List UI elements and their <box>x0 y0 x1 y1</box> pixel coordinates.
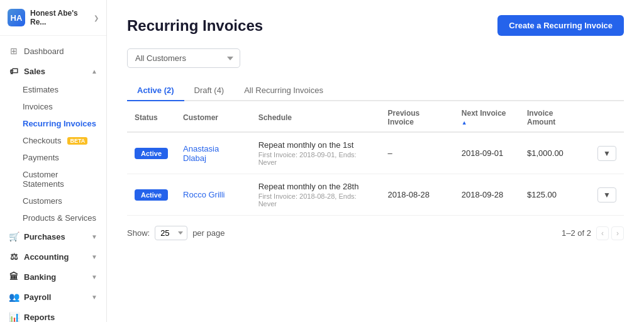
cell-prev-invoice-1: – <box>380 132 454 174</box>
estimates-label: Estimates <box>23 85 58 94</box>
tab-draft[interactable]: Draft (4) <box>184 80 235 101</box>
cell-status-2: Active <box>127 174 175 216</box>
sidebar-item-invoices[interactable]: Invoices <box>0 98 106 115</box>
schedule-sub-1: First Invoice: 2018-09-01, Ends: Never <box>258 151 373 166</box>
sidebar-logo[interactable]: HA Honest Abe's Re... ❯ <box>0 0 106 36</box>
cell-amount-1: $1,000.00 <box>519 132 590 174</box>
sales-icon: 🏷 <box>9 66 19 76</box>
status-badge-active-1: Active <box>135 148 168 159</box>
cell-prev-invoice-2: 2018-08-28 <box>380 174 454 216</box>
sidebar-section-accounting[interactable]: ⚖ Accounting ▼ <box>0 247 106 267</box>
sidebar-navigation: ⊞ Dashboard 🏷 Sales ▲ Estimates Invoices… <box>0 36 106 322</box>
logo-text: Honest Abe's Re... <box>30 9 89 26</box>
row-action-button-2[interactable]: ▼ <box>597 187 616 203</box>
sidebar-item-customers[interactable]: Customers <box>0 192 106 209</box>
sidebar-section-banking[interactable]: 🏛 Banking ▼ <box>0 267 106 287</box>
create-recurring-invoice-button[interactable]: Create a Recurring Invoice <box>497 15 624 36</box>
beta-badge: BETA <box>67 137 87 145</box>
customer-name-1[interactable]: Anastasia Dlabaj <box>183 144 219 163</box>
pagination-row: Show: 25 10 50 100 per page 1–2 of 2 ‹ › <box>127 226 624 240</box>
sidebar-item-dashboard[interactable]: ⊞ Dashboard <box>0 41 106 61</box>
schedule-main-2: Repeat monthly on the 28th <box>258 182 373 191</box>
row-action-button-1[interactable]: ▼ <box>597 146 616 161</box>
sidebar-section-sales[interactable]: 🏷 Sales ▲ <box>0 61 106 81</box>
sidebar-item-checkouts[interactable]: Checkouts BETA <box>0 132 106 149</box>
cell-schedule-1: Repeat monthly on the 1st First Invoice:… <box>251 132 380 174</box>
banking-chevron-icon: ▼ <box>91 274 97 280</box>
next-page-button[interactable]: › <box>611 226 624 240</box>
sidebar-section-reports[interactable]: 📊 Reports <box>0 307 106 322</box>
customers-label: Customers <box>23 196 62 206</box>
cell-action-1: ▼ <box>590 132 624 174</box>
col-header-invoice-amount: Invoice Amount <box>519 101 590 132</box>
schedule-sub-2: First Invoice: 2018-08-28, Ends: Never <box>258 192 373 208</box>
col-header-schedule: Schedule <box>251 101 380 132</box>
dashboard-icon: ⊞ <box>9 46 19 56</box>
page-title: Recurring Invoices <box>127 17 263 35</box>
customer-statements-label: Customer Statements <box>23 170 97 189</box>
checkouts-label: Checkouts <box>23 136 61 145</box>
sidebar-item-products-services[interactable]: Products & Services <box>0 209 106 226</box>
purchases-chevron-icon: ▼ <box>91 233 97 240</box>
sidebar: HA Honest Abe's Re... ❯ ⊞ Dashboard 🏷 Sa… <box>0 0 107 322</box>
table-row: Active Anastasia Dlabaj Repeat monthly o… <box>127 132 624 174</box>
col-header-status: Status <box>127 101 175 132</box>
table-row: Active Rocco Grilli Repeat monthly on th… <box>127 174 624 216</box>
banking-icon: 🏛 <box>9 272 19 282</box>
pagination-nav: ‹ › <box>596 226 624 240</box>
customer-filter-select[interactable]: All Customers <box>127 48 240 68</box>
payroll-chevron-icon: ▼ <box>91 294 97 301</box>
cell-next-invoice-2: 2018-09-28 <box>454 174 519 216</box>
schedule-main-1: Repeat monthly on the 1st <box>258 140 373 150</box>
purchases-icon: 🛒 <box>9 231 19 242</box>
accounting-section-label: Accounting <box>24 252 69 262</box>
customer-name-2[interactable]: Rocco Grilli <box>183 190 225 199</box>
page-size-select[interactable]: 25 10 50 100 <box>155 226 187 240</box>
cell-customer-2: Rocco Grilli <box>175 174 251 216</box>
purchases-section-label: Purchases <box>24 232 65 242</box>
sidebar-item-payments[interactable]: Payments <box>0 149 106 166</box>
sales-chevron-icon: ▲ <box>91 68 97 75</box>
reports-icon: 📊 <box>9 312 19 322</box>
payroll-section-label: Payroll <box>24 292 51 302</box>
sidebar-item-customer-statements[interactable]: Customer Statements <box>0 166 106 192</box>
sidebar-item-label: Dashboard <box>24 47 64 56</box>
logo-icon: HA <box>8 9 25 26</box>
filter-row: All Customers <box>127 48 624 68</box>
col-header-actions <box>590 101 624 132</box>
accounting-chevron-icon: ▼ <box>91 253 97 260</box>
sidebar-section-purchases[interactable]: 🛒 Purchases ▼ <box>0 226 106 247</box>
sales-subnav: Estimates Invoices Recurring Invoices Ch… <box>0 81 106 226</box>
per-page-label: per page <box>192 228 225 238</box>
tab-active[interactable]: Active (2) <box>127 80 184 101</box>
recurring-invoices-label: Recurring Invoices <box>23 119 96 128</box>
payroll-icon: 👥 <box>9 292 19 302</box>
sidebar-item-recurring-invoices[interactable]: Recurring Invoices <box>0 115 106 132</box>
cell-status-1: Active <box>127 132 175 174</box>
col-header-prev-invoice: Previous Invoice <box>380 101 454 132</box>
show-label: Show: <box>127 228 150 238</box>
invoices-table: Status Customer Schedule Previous Invoic… <box>127 101 624 216</box>
logo-chevron-icon: ❯ <box>94 14 99 21</box>
banking-section-label: Banking <box>24 272 56 282</box>
sidebar-item-estimates[interactable]: Estimates <box>0 81 106 98</box>
tab-all[interactable]: All Recurring Invoices <box>234 80 333 101</box>
cell-schedule-2: Repeat monthly on the 28th First Invoice… <box>251 174 380 216</box>
cell-amount-2: $125.00 <box>519 174 590 216</box>
pagination-range: 1–2 of 2 <box>562 228 591 238</box>
main-content-area: Recurring Invoices Create a Recurring In… <box>107 0 644 322</box>
table-header-row: Status Customer Schedule Previous Invoic… <box>127 101 624 132</box>
invoices-table-container: Status Customer Schedule Previous Invoic… <box>127 101 624 216</box>
sidebar-section-payroll[interactable]: 👥 Payroll ▼ <box>0 287 106 307</box>
products-services-label: Products & Services <box>23 213 96 223</box>
prev-page-button[interactable]: ‹ <box>596 226 609 240</box>
cell-action-2: ▼ <box>590 174 624 216</box>
page-header: Recurring Invoices Create a Recurring In… <box>127 15 624 36</box>
col-header-next-invoice[interactable]: Next Invoice <box>454 101 519 132</box>
cell-customer-1: Anastasia Dlabaj <box>175 132 251 174</box>
payments-label: Payments <box>23 153 59 162</box>
col-header-customer: Customer <box>175 101 251 132</box>
status-badge-active-2: Active <box>135 189 168 201</box>
sales-section-label: Sales <box>24 67 45 76</box>
invoices-label: Invoices <box>23 102 53 111</box>
